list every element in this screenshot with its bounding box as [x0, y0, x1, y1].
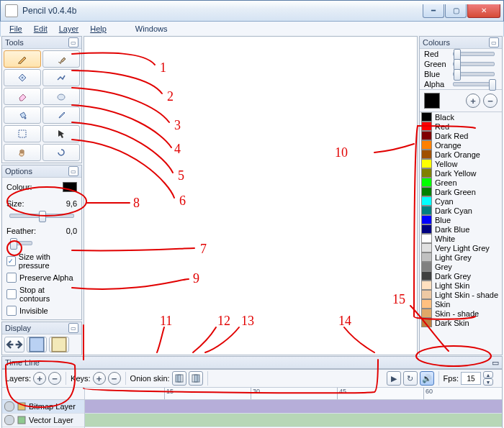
palette-item[interactable]: Dark Skin [420, 318, 502, 327]
palette-name: Black [435, 113, 454, 122]
close-button[interactable]: ✕ [467, 4, 500, 18]
palette-name: Dark Yellow [435, 169, 476, 178]
pen-tool[interactable] [4, 69, 41, 86]
tools-undock-icon[interactable]: ▭ [68, 37, 78, 47]
feather-slider[interactable] [9, 241, 32, 245]
svg-point-0 [22, 77, 23, 78]
brush-tool[interactable] [42, 50, 80, 68]
feather-value: 0,0 [66, 227, 77, 235]
timeline-undock-icon[interactable]: ▭ [492, 358, 499, 368]
fps-input[interactable] [461, 372, 481, 385]
move-tool[interactable] [42, 125, 80, 142]
remove-key-button[interactable]: − [108, 372, 121, 385]
fps-up-button[interactable]: ▲ [483, 371, 493, 378]
minimize-button[interactable]: ━ [423, 4, 444, 18]
smudge-tool[interactable] [42, 88, 80, 105]
menu-layer[interactable]: Layer [53, 23, 85, 35]
palette-item[interactable]: Dark Grey [420, 271, 502, 281]
pressure-checkbox[interactable]: ✓ [6, 256, 16, 266]
eyedropper-tool[interactable] [42, 106, 80, 124]
timeline-track[interactable] [85, 400, 502, 414]
palette-item[interactable]: Red [420, 122, 502, 131]
display-toggle-b[interactable] [49, 337, 69, 352]
size-slider[interactable] [9, 214, 74, 218]
colours-title: Colours [423, 38, 450, 47]
add-layer-button[interactable]: + [33, 372, 46, 385]
contours-checkbox[interactable] [6, 289, 17, 299]
onion-next-button[interactable] [189, 371, 203, 386]
sound-button[interactable]: 🔊 [420, 371, 434, 386]
palette-item[interactable]: Light Skin [420, 281, 502, 290]
palette-item[interactable]: Light Skin - shade [420, 290, 502, 299]
zoom-tool[interactable] [42, 144, 80, 161]
layers-label: Layers: [5, 374, 31, 383]
tools-title: Tools [5, 38, 24, 47]
mirror-button[interactable] [4, 337, 24, 352]
select-tool[interactable] [4, 125, 41, 142]
palette-swatch [421, 196, 432, 206]
green-slider[interactable] [453, 62, 495, 66]
remove-layer-button[interactable]: − [48, 372, 61, 385]
loop-button[interactable]: ↻ [403, 371, 418, 386]
colour-swatch[interactable] [63, 182, 77, 192]
palette-item[interactable]: Dark Orange [420, 150, 502, 159]
display-toggle-a[interactable] [27, 337, 47, 352]
palette-swatch [421, 262, 432, 271]
add-colour-button[interactable]: + [466, 94, 480, 108]
fps-down-button[interactable]: ▼ [483, 378, 493, 386]
preserve-checkbox[interactable] [6, 273, 17, 283]
palette-item[interactable]: Grey [420, 262, 502, 271]
timeline-ruler[interactable]: 15304560 [85, 388, 502, 400]
palette-item[interactable]: Very Light Grey [420, 243, 502, 252]
palette-item[interactable]: Yellow [420, 159, 502, 168]
menu-edit[interactable]: Edit [28, 23, 53, 35]
display-undock-icon[interactable]: ▭ [68, 323, 78, 333]
menu-windows[interactable]: Windows [130, 23, 174, 35]
palette-item[interactable]: White [420, 234, 502, 243]
palette-item[interactable]: Skin [420, 299, 502, 309]
layer-row[interactable]: Vector Layer [2, 414, 84, 427]
options-title: Options [5, 167, 32, 176]
polyline-tool[interactable] [42, 69, 80, 86]
current-colour-swatch[interactable] [424, 93, 440, 109]
palette-item[interactable]: Cyan [420, 196, 502, 206]
bucket-tool[interactable] [4, 106, 41, 124]
invisible-checkbox[interactable] [6, 306, 17, 316]
palette-item[interactable]: Blue [420, 215, 502, 224]
menu-file[interactable]: File [4, 23, 28, 35]
ruler-tick: 15 [164, 388, 174, 399]
palette-item[interactable]: Dark Yellow [420, 168, 502, 178]
pencil-tool[interactable] [4, 50, 41, 68]
palette-item[interactable]: Dark Red [420, 131, 502, 140]
visibility-toggle-icon[interactable] [4, 401, 14, 411]
swirl-icon [56, 147, 66, 158]
visibility-toggle-icon[interactable] [4, 415, 14, 425]
onion-prev-button[interactable] [172, 371, 186, 386]
maximize-button[interactable]: ▢ [445, 4, 467, 18]
menu-help[interactable]: Help [84, 23, 112, 35]
palette-name: Red [435, 122, 449, 131]
palette-item[interactable]: Green [420, 178, 502, 187]
palette-item[interactable]: Skin - shade [420, 309, 502, 318]
palette-item[interactable]: Dark Blue [420, 224, 502, 234]
palette-item[interactable]: Black [420, 112, 502, 122]
alpha-slider[interactable] [453, 82, 495, 86]
eraser-tool[interactable] [4, 88, 41, 105]
palette-item[interactable]: Dark Green [420, 187, 502, 196]
palette-item[interactable]: Dark Cyan [420, 206, 502, 215]
timeline-track[interactable] [85, 414, 502, 427]
colours-undock-icon[interactable]: ▭ [489, 37, 499, 47]
options-undock-icon[interactable]: ▭ [68, 166, 78, 176]
play-button[interactable]: ▶ [387, 371, 401, 386]
palette-item[interactable]: Light Grey [420, 252, 502, 262]
palette-item[interactable]: Orange [420, 140, 502, 150]
hand-tool[interactable] [4, 144, 41, 161]
blue-slider[interactable] [453, 72, 495, 76]
add-key-button[interactable]: + [93, 372, 106, 385]
remove-colour-button[interactable]: − [483, 94, 498, 108]
drawing-canvas[interactable] [84, 36, 418, 355]
layer-row[interactable]: Bitmap Layer [2, 400, 84, 414]
palette-name: Very Light Grey [435, 244, 490, 252]
red-slider[interactable] [453, 52, 495, 56]
alpha-label: Alpha [424, 80, 447, 88]
